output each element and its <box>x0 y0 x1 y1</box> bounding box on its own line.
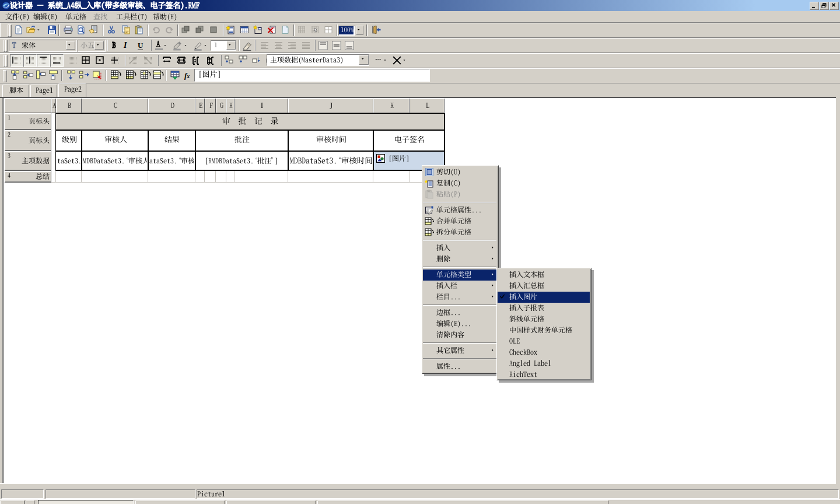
svg-text:+: + <box>257 56 260 60</box>
